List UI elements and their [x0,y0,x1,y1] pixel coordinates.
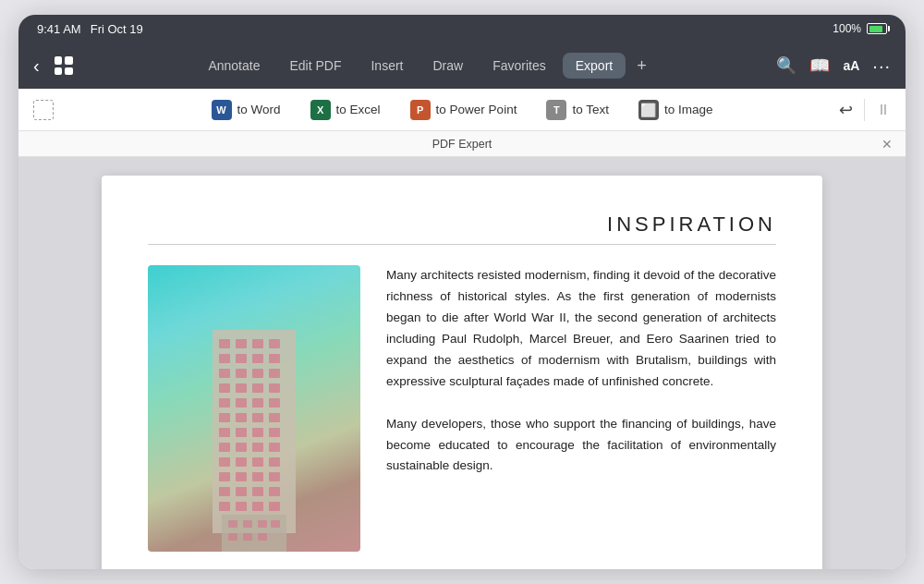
nav-bar: ‹ Annotate Edit PDF Insert Draw Favorite… [18,43,906,89]
svg-rect-19 [252,398,263,408]
svg-rect-56 [258,533,267,541]
doc-title: INSPIRATION [148,213,776,245]
svg-rect-33 [219,457,230,467]
svg-rect-43 [252,487,263,496]
text-icon: T [546,100,566,120]
export-excel-label: to Excel [336,103,381,116]
svg-rect-10 [236,369,247,378]
battery-percent: 100% [833,22,861,35]
export-word-label: to Word [237,103,281,116]
svg-rect-20 [269,398,280,408]
tab-favorites[interactable]: Favorites [480,53,559,79]
export-ppt-label: to Power Point [436,103,517,116]
svg-rect-44 [269,487,280,496]
export-excel-button[interactable]: X to Excel [296,92,395,128]
nav-right: 🔍 📖 aA ··· [776,55,891,77]
svg-rect-38 [236,472,247,481]
battery-icon [867,23,887,34]
svg-rect-31 [252,443,263,452]
svg-rect-7 [252,354,263,363]
select-icon [33,100,54,120]
svg-rect-39 [252,472,263,481]
text-size-button[interactable]: aA [843,58,859,73]
image-icon: ⬜ [638,100,659,120]
svg-rect-42 [236,487,247,496]
pdf-label: PDF Expert [432,138,492,151]
svg-rect-14 [236,383,247,393]
svg-rect-3 [252,339,263,348]
svg-rect-4 [269,339,280,348]
export-ppt-button[interactable]: P to Power Point [395,92,532,128]
svg-rect-30 [236,443,247,452]
svg-rect-13 [219,383,230,393]
svg-rect-45 [219,502,230,511]
export-word-button[interactable]: W to Word [197,92,296,128]
svg-rect-34 [236,457,247,467]
doc-page: INSPIRATION [102,176,822,569]
toolbar-left [33,100,54,120]
tab-edit-pdf[interactable]: Edit PDF [276,53,354,79]
excel-icon: X [310,100,331,120]
doc-area[interactable]: INSPIRATION [18,157,906,569]
export-toolbar: W to Word X to Excel P to Power Point T … [18,89,906,131]
svg-rect-12 [269,369,280,378]
pdf-label-bar: PDF Expert ✕ [18,131,906,157]
status-left: 9:41 AM Fri Oct 19 [37,22,143,36]
svg-rect-52 [258,520,267,528]
search-icon[interactable]: 🔍 [776,55,796,76]
pause-icon: ⏸ [876,102,891,118]
svg-rect-26 [236,428,247,437]
tab-annotate[interactable]: Annotate [195,53,273,79]
undo-button[interactable]: ↩ [839,100,853,120]
svg-rect-22 [236,413,247,422]
svg-rect-46 [236,502,247,511]
device-frame: 9:41 AM Fri Oct 19 100% ‹ Annotate Edit … [18,15,906,569]
pdf-close-button[interactable]: ✕ [881,138,893,151]
status-day: Fri Oct 19 [91,22,143,36]
svg-rect-40 [269,472,280,481]
svg-rect-17 [219,398,230,408]
svg-rect-9 [219,369,230,378]
svg-rect-18 [236,398,247,408]
nav-tabs: Annotate Edit PDF Insert Draw Favorites … [84,53,766,79]
export-text-label: to Text [572,103,609,116]
word-icon: W [212,100,232,120]
export-image-label: to Image [664,103,713,116]
svg-rect-28 [269,428,280,437]
svg-rect-55 [243,533,252,541]
svg-rect-47 [252,502,263,511]
tab-draw[interactable]: Draw [419,53,476,79]
more-button[interactable]: ··· [872,55,891,77]
status-time: 9:41 AM [37,22,81,36]
book-icon[interactable]: 📖 [809,55,830,76]
ppt-icon: P [410,100,431,120]
svg-rect-50 [228,520,237,528]
svg-rect-41 [219,487,230,496]
svg-rect-35 [252,457,263,467]
svg-rect-25 [219,428,230,437]
back-button[interactable]: ‹ [33,56,40,75]
svg-rect-36 [269,457,280,467]
toolbar-divider [864,99,865,121]
svg-rect-54 [228,533,237,541]
nav-left: ‹ [33,56,73,75]
toolbar-right: ↩ ⏸ [839,99,891,121]
svg-rect-32 [269,443,280,452]
svg-rect-51 [243,520,252,528]
export-image-button[interactable]: ⬜ to Image [624,92,728,128]
svg-rect-11 [252,369,263,378]
export-text-button[interactable]: T to Text [531,92,624,128]
svg-rect-48 [269,502,280,511]
svg-rect-15 [252,383,263,393]
tab-add-button[interactable]: + [629,53,654,79]
svg-rect-23 [252,413,263,422]
svg-rect-53 [271,520,280,528]
tab-insert[interactable]: Insert [358,53,416,79]
tab-export[interactable]: Export [563,53,626,79]
svg-rect-24 [269,413,280,422]
status-bar: 9:41 AM Fri Oct 19 100% [18,15,906,43]
svg-rect-27 [252,428,263,437]
svg-rect-21 [219,413,230,422]
grid-icon[interactable] [55,56,73,75]
svg-rect-1 [219,339,230,348]
